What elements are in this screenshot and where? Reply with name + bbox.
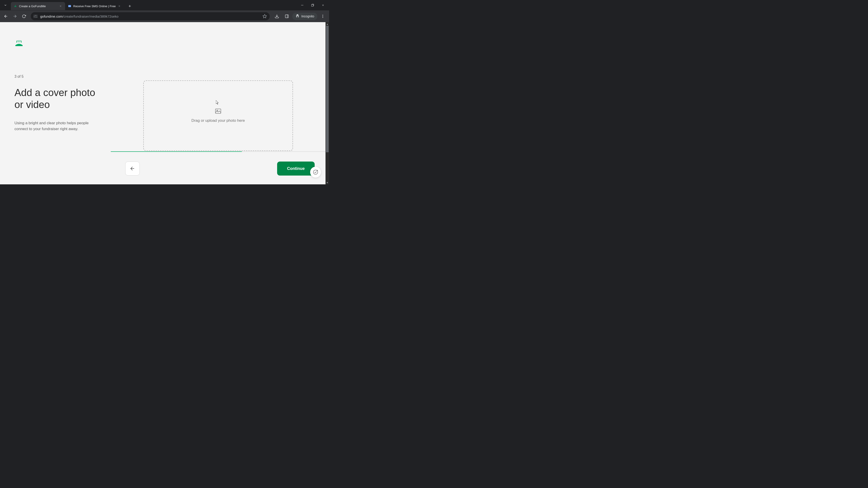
sms-favicon-icon: SMS (68, 4, 71, 8)
address-bar[interactable]: gofundme.com/create/fundraiser/media/389… (31, 12, 270, 20)
forward-nav-button[interactable] (11, 12, 19, 20)
browser-titlebar: Create a GoFundMe SMS Receive Free SMS O… (0, 0, 329, 10)
close-window-button[interactable] (318, 0, 328, 10)
tab-title: Receive Free SMS Online | Free (73, 4, 116, 8)
page-heading: Add a cover photo or video (14, 87, 100, 111)
svg-rect-33 (215, 109, 221, 113)
page-description: Using a bright and clear photo helps peo… (14, 120, 100, 132)
svg-point-34 (217, 110, 218, 111)
side-panel-icon[interactable] (282, 12, 291, 21)
minimize-button[interactable] (297, 0, 307, 10)
tab-title: Create a GoFundMe (19, 4, 57, 8)
maximize-button[interactable] (307, 0, 318, 10)
url-text: gofundme.com/create/fundraiser/media/389… (40, 14, 260, 18)
svg-point-37 (317, 170, 318, 171)
svg-rect-9 (311, 4, 313, 6)
back-step-button[interactable] (125, 162, 140, 175)
svg-point-29 (322, 17, 323, 18)
tab-close-icon[interactable] (59, 4, 62, 8)
browser-menu-icon[interactable] (318, 12, 327, 21)
gofundme-favicon-icon (13, 4, 17, 8)
continue-label: Continue (287, 166, 305, 171)
tab-gofundme[interactable]: Create a GoFundMe (11, 2, 65, 10)
tab-sms[interactable]: SMS Receive Free SMS Online | Free (65, 2, 124, 10)
tab-search-dropdown[interactable] (0, 0, 11, 10)
photo-dropzone[interactable]: Drag or upload your photo here (143, 80, 293, 151)
svg-point-28 (322, 16, 323, 17)
svg-text:SMS: SMS (68, 5, 71, 7)
scrollbar-up-arrow-icon[interactable]: ▲ (326, 22, 329, 26)
url-path: /create/fundraiser/media/389k72seko (63, 14, 119, 18)
progress-fill (111, 151, 242, 152)
back-nav-button[interactable] (2, 12, 10, 20)
svg-rect-25 (285, 15, 288, 18)
scrollbar-down-arrow-icon[interactable]: ▼ (326, 181, 329, 184)
left-panel: 3 of 5 Add a cover photo or video Using … (0, 22, 111, 184)
svg-line-30 (17, 41, 17, 42)
reload-button[interactable] (20, 12, 28, 20)
dropzone-text: Drag or upload your photo here (191, 119, 245, 123)
downloads-icon[interactable] (272, 12, 281, 21)
scrollbar-thumb[interactable] (326, 26, 329, 152)
new-tab-button[interactable] (127, 3, 133, 9)
page-content: 3 of 5 Add a cover photo or video Using … (0, 22, 329, 184)
step-indicator: 3 of 5 (14, 74, 111, 78)
bookmark-star-icon[interactable] (262, 14, 267, 19)
incognito-icon (296, 14, 300, 19)
window-controls (297, 0, 329, 10)
url-domain: gofundme.com (40, 14, 63, 18)
incognito-badge[interactable]: Incognito (292, 13, 317, 20)
vertical-scrollbar[interactable]: ▲ ▼ (326, 22, 329, 184)
tab-close-icon[interactable] (118, 4, 121, 8)
browser-toolbar: gofundme.com/create/fundraiser/media/389… (0, 10, 329, 22)
svg-line-32 (21, 41, 21, 42)
image-placeholder-icon (215, 108, 221, 115)
svg-marker-23 (263, 14, 267, 18)
bottom-bar: Continue (111, 153, 329, 184)
incognito-label: Incognito (301, 14, 314, 18)
progress-bar (111, 151, 329, 152)
svg-point-27 (322, 15, 323, 15)
site-settings-icon[interactable] (33, 14, 37, 18)
continue-button[interactable]: Continue (277, 162, 315, 175)
gofundme-logo-icon[interactable] (14, 40, 111, 47)
help-fab[interactable] (310, 167, 321, 177)
